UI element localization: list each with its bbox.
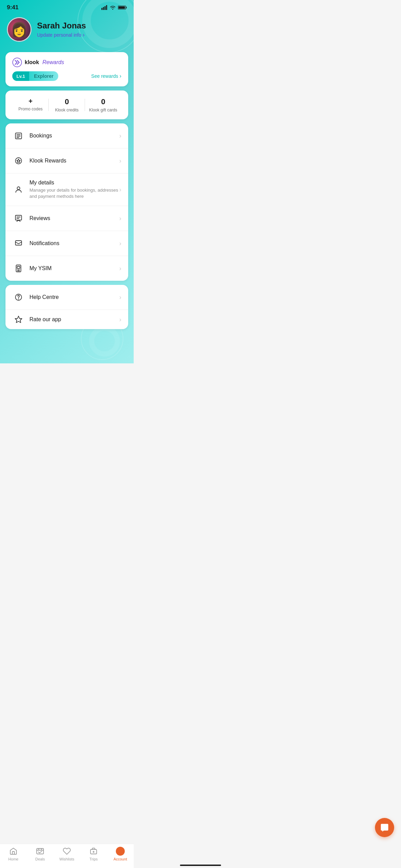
signal-icon bbox=[101, 5, 108, 10]
bookings-menu-item[interactable]: Bookings › bbox=[5, 123, 128, 148]
ysim-icon bbox=[12, 262, 25, 275]
bookings-title: Bookings bbox=[29, 133, 119, 139]
rate-icon bbox=[12, 313, 25, 326]
rate-app-text: Rate our app bbox=[29, 316, 119, 323]
update-personal-info-link[interactable]: Update personal info bbox=[37, 32, 86, 38]
avatar[interactable] bbox=[7, 17, 32, 42]
klook-rewards-text: Klook Rewards bbox=[29, 158, 119, 164]
level-badge[interactable]: Lv.1 Explorer bbox=[12, 71, 58, 81]
my-ysim-text: My YSIM bbox=[29, 265, 119, 272]
my-details-arrow: › bbox=[119, 186, 121, 193]
status-icons bbox=[101, 5, 127, 10]
svg-rect-2 bbox=[105, 6, 106, 10]
credits-label: Klook credits bbox=[49, 108, 85, 112]
notifications-icon bbox=[12, 237, 25, 250]
svg-rect-5 bbox=[119, 7, 125, 9]
my-ysim-menu-item[interactable]: My YSIM › bbox=[5, 256, 128, 281]
svg-point-23 bbox=[19, 299, 19, 299]
level-name: Explorer bbox=[29, 71, 58, 81]
help-centre-arrow: › bbox=[119, 294, 121, 301]
svg-rect-0 bbox=[101, 8, 102, 10]
notifications-menu-item[interactable]: Notifications › bbox=[5, 231, 128, 256]
person-icon bbox=[12, 183, 25, 196]
my-details-text: My details Manage your details for booki… bbox=[29, 180, 119, 200]
header-section: Sarah Jonas Update personal info klook R… bbox=[0, 0, 134, 363]
klook-rewards-title: Klook Rewards bbox=[29, 158, 119, 164]
svg-rect-14 bbox=[15, 215, 22, 220]
gift-cards-value: 0 bbox=[85, 97, 121, 106]
rewards-bottom: Lv.1 Explorer See rewards bbox=[12, 71, 121, 81]
klook-logo: klook Rewards bbox=[12, 58, 121, 67]
help-centre-title: Help Centre bbox=[29, 294, 119, 300]
help-centre-text: Help Centre bbox=[29, 294, 119, 300]
rate-app-arrow: › bbox=[119, 316, 121, 323]
see-rewards-link[interactable]: See rewards bbox=[91, 73, 121, 79]
svg-point-12 bbox=[15, 158, 22, 164]
header-text: Sarah Jonas Update personal info bbox=[37, 21, 86, 38]
klook-icon bbox=[12, 58, 22, 67]
bookings-arrow: › bbox=[119, 132, 121, 140]
status-time: 9:41 bbox=[7, 4, 19, 11]
reviews-icon bbox=[12, 212, 25, 225]
svg-point-13 bbox=[17, 187, 20, 190]
svg-rect-6 bbox=[126, 7, 127, 9]
rewards-card: klook Rewards Lv.1 Explorer See rewards bbox=[5, 52, 128, 86]
reviews-text: Reviews bbox=[29, 215, 119, 221]
bookings-text: Bookings bbox=[29, 133, 119, 139]
my-details-menu-item[interactable]: My details Manage your details for booki… bbox=[5, 173, 128, 206]
reviews-menu-item[interactable]: Reviews › bbox=[5, 206, 128, 231]
my-details-subtitle: Manage your details for bookings, addres… bbox=[29, 187, 119, 200]
help-icon bbox=[12, 291, 25, 303]
promo-value: + bbox=[12, 97, 49, 105]
reviews-title: Reviews bbox=[29, 215, 119, 221]
rewards-menu-icon bbox=[12, 155, 25, 167]
promo-label: Promo codes bbox=[12, 107, 49, 111]
battery-icon bbox=[118, 5, 127, 10]
help-centre-menu-item[interactable]: Help Centre › bbox=[5, 285, 128, 310]
my-ysim-arrow: › bbox=[119, 265, 121, 272]
rate-app-menu-item[interactable]: Rate our app › bbox=[5, 310, 128, 329]
rate-app-title: Rate our app bbox=[29, 316, 119, 323]
svg-rect-1 bbox=[103, 7, 104, 10]
menu-group-1: Bookings › Klook Rewards › bbox=[5, 123, 128, 281]
notifications-text: Notifications bbox=[29, 240, 119, 246]
status-bar: 9:41 bbox=[0, 0, 134, 14]
menu-group-2: Help Centre › Rate our app › bbox=[5, 285, 128, 329]
credits-stat[interactable]: 0 Klook credits bbox=[49, 97, 85, 112]
rewards-label: Rewards bbox=[42, 59, 64, 65]
reviews-arrow: › bbox=[119, 215, 121, 222]
svg-rect-3 bbox=[106, 5, 107, 10]
gift-cards-label: Klook gift cards bbox=[85, 108, 121, 112]
promo-codes-stat[interactable]: + Promo codes bbox=[12, 97, 49, 112]
wifi-icon bbox=[110, 5, 116, 10]
klook-brand: klook bbox=[25, 59, 39, 65]
gift-cards-stat[interactable]: 0 Klook gift cards bbox=[85, 97, 121, 112]
stats-card: + Promo codes 0 Klook credits 0 Klook gi… bbox=[5, 91, 128, 119]
notifications-arrow: › bbox=[119, 240, 121, 247]
level-number: Lv.1 bbox=[12, 72, 29, 81]
klook-rewards-menu-item[interactable]: Klook Rewards › bbox=[5, 148, 128, 173]
svg-rect-19 bbox=[17, 266, 20, 268]
bookings-icon bbox=[12, 130, 25, 142]
my-ysim-title: My YSIM bbox=[29, 265, 119, 272]
klook-rewards-arrow: › bbox=[119, 157, 121, 165]
plus-icon: + bbox=[28, 97, 33, 105]
credits-value: 0 bbox=[49, 97, 85, 106]
cards-area: klook Rewards Lv.1 Explorer See rewards … bbox=[0, 52, 134, 363]
notifications-title: Notifications bbox=[29, 240, 119, 246]
my-details-title: My details bbox=[29, 180, 119, 186]
user-name: Sarah Jonas bbox=[37, 21, 86, 31]
